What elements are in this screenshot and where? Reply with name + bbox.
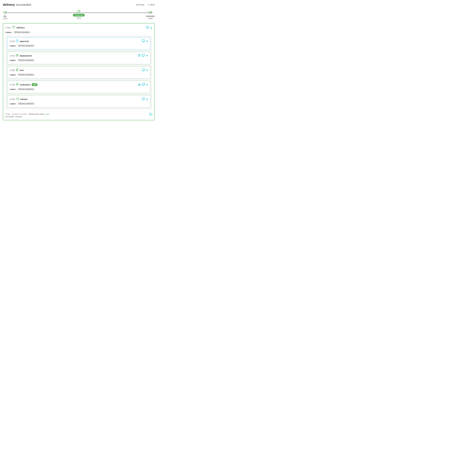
release-label-badge: DtCreds: dynatrace <box>17 102 35 105</box>
stage-hardening[interactable]: hardening 16:56 <box>73 9 85 19</box>
pause-button[interactable]: Pause <box>136 4 144 6</box>
delivery-row-left: 17:04 delivery <box>5 26 25 30</box>
approval-header-left: 17:04 ? approval <box>10 39 29 43</box>
release-labels-key: Labels: <box>10 103 16 105</box>
monitor-icon-test[interactable] <box>142 69 145 72</box>
approval-icon: ? <box>16 39 19 43</box>
chevron-down-test[interactable] <box>146 69 148 72</box>
chevron-down-deployment[interactable] <box>146 54 148 57</box>
svg-rect-7 <box>142 40 145 42</box>
release-name: release <box>20 98 28 100</box>
deployment-header-left: 17:04 deployment <box>10 54 32 57</box>
sub-tasks-container: 17:04 ? approval <box>5 36 152 109</box>
stage-dev[interactable]: dev 16:56 <box>3 11 7 20</box>
page-header: delivery succeeded Pause ✕ Abort <box>3 3 155 7</box>
test-actions <box>142 69 148 72</box>
footer-right-actions <box>149 113 152 116</box>
evaluation-header: 17:08 evaluation 100 <box>10 83 148 87</box>
approval-name: approval <box>20 40 29 42</box>
svg-rect-4 <box>146 26 149 28</box>
test-header: 17:06 test <box>10 68 148 72</box>
svg-point-21 <box>18 99 19 100</box>
task-card-release: 17:09 release <box>7 95 150 108</box>
delivery-icon <box>12 26 15 30</box>
header-actions: Pause ✕ Abort <box>136 3 155 6</box>
svg-rect-16 <box>139 83 140 86</box>
svg-point-13 <box>17 84 18 85</box>
svg-rect-17 <box>140 84 140 86</box>
delivery-label-badge: DtCreds: dynatrace <box>13 31 31 34</box>
task-card-evaluation: 17:08 evaluation 100 <box>7 81 150 93</box>
evaluation-labels-row: Labels: DtCreds: dynatrace <box>10 88 148 91</box>
evaluation-score: 100 <box>32 83 37 86</box>
approval-actions <box>142 39 148 43</box>
svg-rect-2 <box>149 12 151 13</box>
deployment-actions <box>138 54 148 57</box>
deployment-labels-row: Labels: DtCreds: dynatrace <box>10 59 148 61</box>
external-link-deployment[interactable] <box>138 54 140 57</box>
delivery-actions <box>146 26 152 29</box>
stage-dev-label[interactable]: dev <box>4 15 7 17</box>
footer-time: 17:11 <box>5 113 10 115</box>
svg-rect-0 <box>4 12 6 13</box>
svg-rect-14 <box>138 85 138 86</box>
test-time: 17:06 <box>10 69 15 72</box>
task-card-deployment: 17:04 deployment <box>7 52 150 64</box>
approval-time: 17:04 <box>10 40 15 42</box>
main-card: 17:04 delivery <box>3 23 155 120</box>
stage-production-label[interactable]: production <box>146 15 155 17</box>
footer-mono-text: Finished release <box>5 116 49 118</box>
release-time: 17:09 <box>10 98 15 100</box>
evaluation-labels-key: Labels: <box>10 88 16 90</box>
chevron-down-evaluation[interactable] <box>146 83 148 86</box>
footer-middle-text: finished with result <box>29 113 44 115</box>
release-actions <box>142 97 148 101</box>
svg-rect-11 <box>142 69 145 71</box>
svg-point-19 <box>16 98 17 99</box>
stage-hardening-label[interactable]: hardening <box>73 14 85 17</box>
header-title: delivery succeeded <box>3 3 31 7</box>
test-labels-row: Labels: DtCreds: dynatrace <box>10 73 148 76</box>
chevron-down-approval[interactable] <box>146 40 148 43</box>
test-icon <box>16 68 19 72</box>
release-labels-row: Labels: DtCreds: dynatrace <box>10 102 148 105</box>
test-name: test <box>20 69 24 72</box>
abort-x-icon: ✕ <box>147 3 149 6</box>
task-card-approval: 17:04 ? approval <box>7 37 150 50</box>
stage-hardening-time: 16:56 <box>77 17 81 19</box>
approval-labels-key: Labels: <box>10 45 16 47</box>
evaluation-label-badge: DtCreds: dynatrace <box>17 88 35 91</box>
delivery-time: 17:04 <box>5 27 10 29</box>
approval-labels-row: Labels: DtCreds: dynatrace <box>10 44 148 47</box>
svg-point-10 <box>17 70 17 70</box>
monitor-icon-evaluation[interactable] <box>142 83 145 86</box>
svg-point-20 <box>18 98 19 98</box>
test-header-left: 17:06 test <box>10 68 24 72</box>
footer-status-text: 17:11 shipyard-controller finished with … <box>5 113 49 115</box>
monitor-icon-release[interactable] <box>142 97 145 101</box>
chart-icon-evaluation[interactable] <box>138 83 140 87</box>
stage-production[interactable]: production 16:56 <box>146 11 155 20</box>
deployment-icon <box>16 54 19 57</box>
monitor-icon-approval[interactable] <box>142 39 145 43</box>
pause-icon <box>136 4 138 6</box>
svg-text:?: ? <box>17 40 18 42</box>
monitor-icon-footer[interactable] <box>149 113 152 116</box>
pipeline-stages: dev 16:56 hardening 16:56 production 16: <box>3 9 155 20</box>
stage-production-time: 16:56 <box>148 18 153 20</box>
monitor-icon-delivery[interactable] <box>146 26 149 29</box>
approval-header: 17:04 ? approval <box>10 39 148 43</box>
status-label: succeeded <box>16 3 31 7</box>
stage-dev-time: 16:56 <box>3 18 7 20</box>
abort-button[interactable]: ✕ Abort <box>147 3 155 6</box>
delivery-header-row: 17:04 delivery <box>5 26 152 30</box>
chevron-down-release[interactable] <box>146 98 148 101</box>
release-header: 17:09 release <box>10 97 148 101</box>
delivery-labels-key: Labels: <box>5 31 12 33</box>
svg-rect-8 <box>142 54 145 56</box>
svg-rect-1 <box>77 10 80 12</box>
svg-rect-22 <box>142 98 145 99</box>
release-icon <box>16 97 19 101</box>
monitor-icon-deployment[interactable] <box>142 54 145 57</box>
chevron-up-delivery[interactable] <box>150 26 152 29</box>
